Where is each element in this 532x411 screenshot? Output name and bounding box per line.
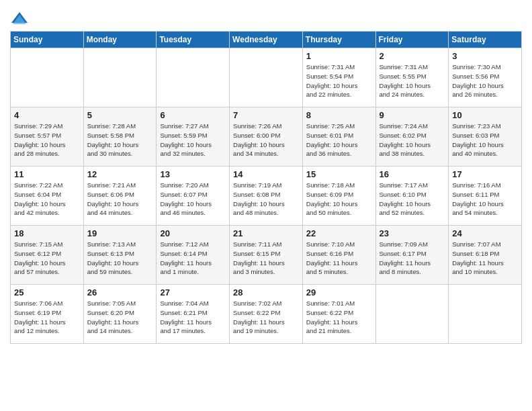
header — [10, 7, 522, 28]
day-cell: 10Sunrise: 7:23 AMSunset: 6:03 PMDayligh… — [449, 107, 522, 167]
day-info: Sunrise: 7:22 AMSunset: 6:04 PMDaylight:… — [14, 181, 80, 218]
day-info: Sunrise: 7:04 AMSunset: 6:21 PMDaylight:… — [160, 299, 226, 336]
day-cell — [375, 285, 449, 344]
day-number: 17 — [452, 169, 518, 179]
header-cell-tuesday: Tuesday — [157, 32, 230, 48]
day-info: Sunrise: 7:23 AMSunset: 6:03 PMDaylight:… — [452, 122, 518, 158]
day-info: Sunrise: 7:15 AMSunset: 6:12 PMDaylight:… — [14, 240, 80, 277]
day-number: 10 — [452, 110, 518, 120]
day-info: Sunrise: 7:28 AMSunset: 5:58 PMDaylight:… — [87, 122, 153, 158]
day-cell: 2Sunrise: 7:31 AMSunset: 5:55 PMDaylight… — [375, 48, 449, 107]
week-row-2: 4Sunrise: 7:29 AMSunset: 5:57 PMDaylight… — [11, 107, 522, 167]
day-number: 20 — [160, 228, 226, 238]
day-cell: 17Sunrise: 7:16 AMSunset: 6:11 PMDayligh… — [449, 167, 522, 226]
day-number: 12 — [87, 169, 153, 179]
day-number: 26 — [87, 287, 153, 298]
day-info: Sunrise: 7:31 AMSunset: 5:54 PMDaylight:… — [306, 62, 372, 99]
day-cell: 13Sunrise: 7:20 AMSunset: 6:07 PMDayligh… — [157, 167, 230, 226]
day-info: Sunrise: 7:10 AMSunset: 6:16 PMDaylight:… — [306, 240, 372, 277]
day-cell: 7Sunrise: 7:26 AMSunset: 6:00 PMDaylight… — [230, 107, 303, 167]
day-number: 8 — [306, 110, 372, 120]
day-info: Sunrise: 7:05 AMSunset: 6:20 PMDaylight:… — [87, 299, 153, 336]
day-number: 9 — [380, 110, 445, 120]
day-info: Sunrise: 7:13 AMSunset: 6:13 PMDaylight:… — [87, 240, 153, 277]
day-info: Sunrise: 7:25 AMSunset: 6:01 PMDaylight:… — [306, 122, 372, 158]
header-cell-wednesday: Wednesday — [230, 32, 303, 48]
day-cell: 22Sunrise: 7:10 AMSunset: 6:16 PMDayligh… — [302, 226, 375, 285]
day-cell: 16Sunrise: 7:17 AMSunset: 6:10 PMDayligh… — [375, 167, 449, 226]
day-number: 5 — [87, 110, 153, 120]
day-cell: 27Sunrise: 7:04 AMSunset: 6:21 PMDayligh… — [157, 285, 230, 344]
header-cell-saturday: Saturday — [449, 32, 522, 48]
day-cell: 5Sunrise: 7:28 AMSunset: 5:58 PMDaylight… — [83, 107, 157, 167]
day-number: 22 — [306, 228, 372, 238]
header-row: SundayMondayTuesdayWednesdayThursdayFrid… — [11, 32, 522, 48]
day-cell: 20Sunrise: 7:12 AMSunset: 6:14 PMDayligh… — [157, 226, 230, 285]
week-row-4: 18Sunrise: 7:15 AMSunset: 6:12 PMDayligh… — [11, 226, 522, 285]
day-cell — [230, 48, 303, 107]
day-info: Sunrise: 7:21 AMSunset: 6:06 PMDaylight:… — [87, 181, 153, 218]
day-cell: 25Sunrise: 7:06 AMSunset: 6:19 PMDayligh… — [11, 285, 84, 344]
day-info: Sunrise: 7:31 AMSunset: 5:55 PMDaylight:… — [380, 62, 445, 99]
day-info: Sunrise: 7:17 AMSunset: 6:10 PMDaylight:… — [380, 181, 445, 218]
day-cell: 4Sunrise: 7:29 AMSunset: 5:57 PMDaylight… — [11, 107, 84, 167]
day-cell: 1Sunrise: 7:31 AMSunset: 5:54 PMDaylight… — [302, 48, 375, 107]
day-cell: 24Sunrise: 7:07 AMSunset: 6:18 PMDayligh… — [449, 226, 522, 285]
header-cell-sunday: Sunday — [11, 32, 84, 48]
day-cell: 6Sunrise: 7:27 AMSunset: 5:59 PMDaylight… — [157, 107, 230, 167]
day-cell: 8Sunrise: 7:25 AMSunset: 6:01 PMDaylight… — [302, 107, 375, 167]
day-number: 7 — [233, 110, 299, 120]
day-number: 24 — [452, 228, 518, 238]
day-info: Sunrise: 7:02 AMSunset: 6:22 PMDaylight:… — [233, 299, 299, 336]
day-info: Sunrise: 7:06 AMSunset: 6:19 PMDaylight:… — [14, 299, 80, 336]
day-number: 18 — [14, 228, 80, 238]
day-cell: 29Sunrise: 7:01 AMSunset: 6:22 PMDayligh… — [302, 285, 375, 344]
header-cell-thursday: Thursday — [302, 32, 375, 48]
day-number: 23 — [380, 228, 445, 238]
day-cell: 11Sunrise: 7:22 AMSunset: 6:04 PMDayligh… — [11, 167, 84, 226]
day-number: 15 — [306, 169, 372, 179]
day-info: Sunrise: 7:18 AMSunset: 6:09 PMDaylight:… — [306, 181, 372, 218]
day-cell: 23Sunrise: 7:09 AMSunset: 6:17 PMDayligh… — [375, 226, 449, 285]
day-info: Sunrise: 7:24 AMSunset: 6:02 PMDaylight:… — [380, 122, 445, 158]
page: SundayMondayTuesdayWednesdayThursdayFrid… — [0, 0, 532, 354]
day-info: Sunrise: 7:11 AMSunset: 6:15 PMDaylight:… — [233, 240, 299, 277]
day-number: 28 — [233, 287, 299, 298]
calendar-table: SundayMondayTuesdayWednesdayThursdayFrid… — [10, 31, 522, 344]
week-row-3: 11Sunrise: 7:22 AMSunset: 6:04 PMDayligh… — [11, 167, 522, 226]
day-cell: 28Sunrise: 7:02 AMSunset: 6:22 PMDayligh… — [230, 285, 303, 344]
day-cell: 14Sunrise: 7:19 AMSunset: 6:08 PMDayligh… — [230, 167, 303, 226]
logo — [10, 9, 32, 28]
day-number: 29 — [306, 287, 372, 298]
day-info: Sunrise: 7:01 AMSunset: 6:22 PMDaylight:… — [306, 299, 372, 336]
day-cell — [157, 48, 230, 107]
day-number: 3 — [452, 51, 518, 61]
day-number: 16 — [380, 169, 445, 179]
logo-icon — [10, 9, 29, 28]
week-row-1: 1Sunrise: 7:31 AMSunset: 5:54 PMDaylight… — [11, 48, 522, 107]
day-cell: 18Sunrise: 7:15 AMSunset: 6:12 PMDayligh… — [11, 226, 84, 285]
day-info: Sunrise: 7:12 AMSunset: 6:14 PMDaylight:… — [160, 240, 226, 277]
week-row-5: 25Sunrise: 7:06 AMSunset: 6:19 PMDayligh… — [11, 285, 522, 344]
day-number: 13 — [160, 169, 226, 179]
day-info: Sunrise: 7:19 AMSunset: 6:08 PMDaylight:… — [233, 181, 299, 218]
day-cell — [11, 48, 84, 107]
day-cell: 21Sunrise: 7:11 AMSunset: 6:15 PMDayligh… — [230, 226, 303, 285]
day-info: Sunrise: 7:30 AMSunset: 5:56 PMDaylight:… — [452, 62, 518, 99]
day-number: 21 — [233, 228, 299, 238]
day-number: 6 — [160, 110, 226, 120]
day-info: Sunrise: 7:27 AMSunset: 5:59 PMDaylight:… — [160, 122, 226, 158]
day-cell: 3Sunrise: 7:30 AMSunset: 5:56 PMDaylight… — [449, 48, 522, 107]
day-info: Sunrise: 7:16 AMSunset: 6:11 PMDaylight:… — [452, 181, 518, 218]
day-number: 2 — [380, 51, 445, 61]
day-number: 14 — [233, 169, 299, 179]
day-number: 25 — [14, 287, 80, 298]
header-cell-friday: Friday — [375, 32, 449, 48]
day-info: Sunrise: 7:29 AMSunset: 5:57 PMDaylight:… — [14, 122, 80, 158]
day-number: 27 — [160, 287, 226, 298]
day-cell — [449, 285, 522, 344]
day-cell: 15Sunrise: 7:18 AMSunset: 6:09 PMDayligh… — [302, 167, 375, 226]
day-cell: 9Sunrise: 7:24 AMSunset: 6:02 PMDaylight… — [375, 107, 449, 167]
day-cell: 12Sunrise: 7:21 AMSunset: 6:06 PMDayligh… — [83, 167, 157, 226]
day-cell: 19Sunrise: 7:13 AMSunset: 6:13 PMDayligh… — [83, 226, 157, 285]
